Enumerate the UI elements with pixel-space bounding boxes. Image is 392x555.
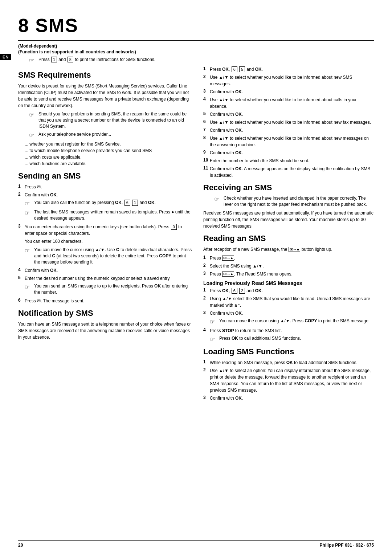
sms-requirements-tip2-text: Ask your telephone service provider... [38, 131, 111, 138]
sending-sms-section: Sending an SMS 1 Press ✉. 2 Confirm with… [18, 171, 192, 304]
step-num: 5 [203, 111, 210, 116]
sms-requirements-bullets: whether you must register for the SMS Se… [22, 141, 192, 167]
step-text: Confirm with OK. [25, 267, 192, 274]
receiving-sms-title: Receiving an SMS [203, 183, 374, 192]
load-tip2: ☞ Press OK to call additional SMS functi… [210, 335, 374, 343]
step-text: While reading an SMS message, press OK t… [210, 359, 374, 366]
step-text: Use ▲/▼ to select an option: You can dis… [210, 367, 374, 393]
loading-read-title: Loading Previously Read SMS Messages [203, 280, 374, 286]
step-text: You can enter characters using the numer… [25, 224, 192, 237]
notif-step-2: 2 Use ▲/▼ to select whether you would li… [203, 74, 374, 87]
loadsms-step-3: 3 Confirm with OK. [203, 395, 374, 401]
notification-sms-section: Notification by SMS You can have an SMS … [18, 309, 192, 340]
tip-icon-send2: ☞ [25, 209, 33, 216]
step-text: Confirm with OK. [210, 395, 374, 401]
step-num: 3 [203, 271, 210, 276]
reading-intro: After reception of a new SMS message, th… [203, 246, 374, 253]
key-6: 6 [232, 66, 237, 72]
sms-requirements-section: SMS Requirements Your device is preset f… [18, 70, 192, 167]
send-tip2: ☞ The last five SMS messages written rem… [25, 209, 192, 221]
send-160-chars: You can enter 160 characters. [25, 238, 192, 245]
sending-sms-title: Sending an SMS [18, 171, 192, 181]
load-tip1-text: You can move the cursor using ▲/▼. Press… [219, 318, 369, 324]
reading-sms-title: Reading an SMS [203, 234, 374, 243]
send-tip1: ☞ You can also call the function by pres… [25, 200, 192, 207]
notif-step-7: 7 Confirm with OK. [203, 127, 374, 134]
step-num: 6 [18, 298, 25, 303]
step-num: 2 [18, 192, 25, 197]
sms-requirements-tip1-text: Should you face problems in sending SMS,… [38, 111, 192, 129]
notification-sms-title: Notification by SMS [18, 309, 192, 318]
step-num: 3 [18, 224, 25, 229]
key-8: 8 [68, 57, 73, 62]
tip-icon-send1: ☞ [25, 200, 33, 207]
read-step-3: 3 Press ✉→●. The Read SMS menu opens. [203, 271, 374, 277]
step-text: Press OK, 6 2 and OK. [210, 287, 374, 294]
notif-step-3: 3 Confirm with OK. [203, 89, 374, 95]
sms-requirements-body: Your device is preset for using the SMS … [18, 83, 192, 109]
step-text: Press STOP to return to the SMS list. [210, 327, 374, 334]
left-column: SMS Requirements Your device is preset f… [18, 66, 192, 403]
step-num: 9 [203, 150, 210, 155]
footer-model: Philips PPF 631 · 632 · 675 [320, 543, 374, 548]
tip-icon-req2: ☞ [29, 132, 37, 139]
send-tip3: ☞ You can move the cursor using ▲/▼. Use… [25, 247, 192, 265]
en-badge: EN [0, 54, 11, 60]
step-text: Press OK, 6 5 and OK. [210, 66, 374, 73]
read-step-1: 1 Press ✉→●. [203, 255, 374, 261]
step-text: Confirm with OK. [210, 310, 374, 317]
step-text: Use ▲/▼ to select whether you would like… [210, 97, 374, 110]
key-6: 6 [232, 288, 237, 294]
step-text: Press ✉. [25, 184, 192, 190]
key-1: 1 [132, 200, 138, 205]
step-num: 2 [203, 295, 210, 301]
send-step-4: 4 Confirm with OK. [18, 267, 192, 274]
notif-step-5: 5 Confirm with OK. [203, 111, 374, 118]
step-text: Press ✉→●. The Read SMS menu opens. [210, 271, 374, 277]
send-tip3-text: You can move the cursor using ▲/▼. Use C… [34, 247, 192, 265]
load-step-2: 2 Using ▲/▼ select the SMS that you woul… [203, 295, 374, 309]
step-num: 4 [203, 97, 210, 102]
step-text: Use ▲/▼ to select whether you would like… [210, 119, 374, 126]
receiving-sms-section: Receiving an SMS ☞ Check whether you hav… [203, 183, 374, 229]
tip-icon-recv: ☞ [214, 196, 222, 203]
bullet-item: whether you must register for the SMS Se… [22, 141, 192, 147]
header-tip-text: Press 1 and 8 to print the instructions … [38, 57, 155, 63]
step-text: Press ✉. The message is sent. [25, 298, 192, 304]
notif-step-6: 6 Use ▲/▼ to select whether you would li… [203, 119, 374, 126]
step-num: 1 [203, 359, 210, 364]
loadsms-step-1: 1 While reading an SMS message, press OK… [203, 359, 374, 366]
step-num: 4 [18, 267, 25, 272]
notif-step-11: 11 Confirm with OK. A message appears on… [203, 166, 374, 179]
step-text: Confirm with OK. [210, 127, 374, 134]
send-tip2-text: The last five SMS messages written remai… [34, 209, 192, 221]
step-num: 6 [203, 119, 210, 124]
sms-requirements-tip1: ☞ Should you face problems in sending SM… [29, 111, 192, 129]
right-column: 1 Press OK, 6 5 and OK. 2 Use ▲/▼ to sel… [203, 66, 374, 403]
send-tip4-text: You can send an SMS message to up to fiv… [34, 283, 192, 295]
step-num: 3 [203, 310, 210, 315]
step-num: 1 [203, 287, 210, 293]
step-num: 2 [203, 367, 210, 372]
footer-page-num: 20 [18, 543, 23, 548]
key-0: 0 [171, 224, 177, 230]
send-tip4: ☞ You can send an SMS message to up to f… [25, 283, 192, 295]
step-num: 10 [203, 158, 210, 163]
key-1: 1 [51, 57, 57, 62]
loadsms-step-2: 2 Use ▲/▼ to select an option: You can d… [203, 367, 374, 393]
step-text: Confirm with OK. A message appears on th… [210, 166, 374, 179]
two-column-layout: SMS Requirements Your device is preset f… [18, 66, 374, 403]
loading-sms-title: Loading SMS Functions [203, 347, 374, 356]
step-num: 7 [203, 127, 210, 132]
notif-step-8: 8 Use ▲/▼ to select whether you would li… [203, 135, 374, 148]
header-tip: ☞ Press 1 and 8 to print the instruction… [29, 57, 374, 64]
notification-sms-body: You can have an SMS message sent to a te… [18, 321, 192, 340]
step-num: 11 [203, 166, 210, 171]
step-num: 5 [18, 275, 25, 280]
send-step-3: 3 You can enter characters using the num… [18, 224, 192, 237]
bullet-item: which functions are available. [22, 160, 192, 167]
key-2: 2 [239, 288, 245, 294]
step-num: 1 [203, 66, 210, 71]
step-text: Use ▲/▼ to select whether you would like… [210, 135, 374, 148]
bullet-item: which costs are applicable. [22, 154, 192, 160]
